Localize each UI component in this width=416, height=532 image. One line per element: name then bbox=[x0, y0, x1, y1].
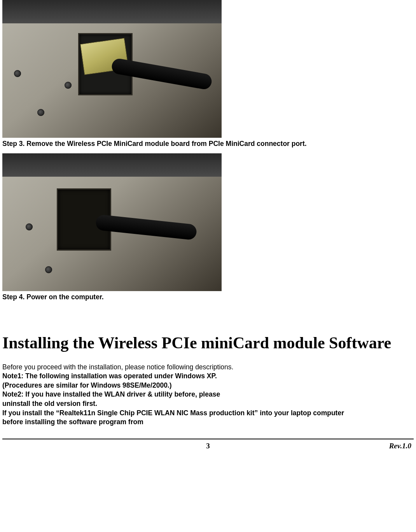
intro-line: Before you proceed with the installation… bbox=[2, 363, 414, 372]
vertical-spacer bbox=[2, 306, 414, 334]
page-number: 3 bbox=[206, 442, 210, 450]
revision-label: Rev.1.0 bbox=[380, 442, 411, 450]
continuation-line2: before installing the software program f… bbox=[2, 418, 414, 427]
step4-caption: Step 4. Power on the computer. bbox=[2, 293, 414, 302]
note1-line2: (Procedures are similar for Windows 98SE… bbox=[2, 381, 414, 390]
photo-dark-strip bbox=[2, 0, 222, 23]
continuation-line1: If you install the “Realtek11n Single Ch… bbox=[2, 409, 414, 418]
note2-line1: Note2: If you have installed the WLAN dr… bbox=[2, 390, 414, 399]
screw-icon bbox=[14, 70, 21, 77]
figure-step4-photo bbox=[2, 153, 222, 291]
body-text-block: Before you proceed with the installation… bbox=[2, 363, 414, 427]
screw-icon bbox=[45, 266, 52, 273]
note1-line1: Note1: The following installation was op… bbox=[2, 372, 414, 381]
page-footer: 3 Rev.1.0 bbox=[2, 442, 414, 457]
photo-dark-strip bbox=[2, 153, 222, 177]
screw-icon bbox=[65, 82, 72, 89]
figure-step3-photo bbox=[2, 0, 222, 138]
step3-caption: Step 3. Remove the Wireless PCIe MiniCar… bbox=[2, 139, 414, 149]
screw-icon bbox=[26, 223, 33, 230]
note2-line2: uninstall the old version first. bbox=[2, 399, 414, 409]
section-title: Installing the Wireless PCIe miniCard mo… bbox=[2, 334, 414, 352]
screw-icon bbox=[37, 109, 44, 116]
footer-divider bbox=[2, 439, 414, 439]
document-page: Step 3. Remove the Wireless PCIe MiniCar… bbox=[0, 0, 416, 457]
